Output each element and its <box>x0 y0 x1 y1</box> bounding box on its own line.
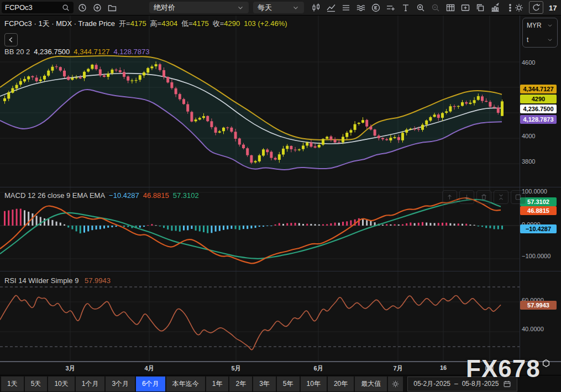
time-axis[interactable]: 3月4月5月6月7月168月 <box>0 362 561 375</box>
copy-icon <box>475 3 485 13</box>
time-axis-label: 4月 <box>144 364 154 373</box>
pane-divider[interactable] <box>0 271 561 271</box>
zoom-in-button[interactable] <box>414 2 427 13</box>
range-button-最大值[interactable]: 最大值 <box>355 377 387 391</box>
chart-area[interactable]: FCPOc3 · 1天 · MDX · Trade Price开=4175高=4… <box>0 15 561 362</box>
range-button-20年[interactable]: 20年 <box>328 377 354 391</box>
folder-button[interactable] <box>106 2 119 13</box>
range-button-本年迄今[interactable]: 本年迄今 <box>166 377 205 391</box>
screenshot-button[interactable] <box>459 2 472 13</box>
pane-collapse-button[interactable] <box>494 190 508 204</box>
candles-button[interactable] <box>310 2 323 13</box>
interval-dropdown[interactable]: 每天 <box>253 2 304 13</box>
search-icon <box>61 2 70 13</box>
zoom-out-button[interactable] <box>429 2 442 13</box>
layers-button[interactable] <box>339 2 353 13</box>
rsi-legend: RSI 14 Wilder Simple 9 57.9943 <box>4 276 111 285</box>
price-mode-dropdown[interactable]: 绝对价 <box>149 2 249 13</box>
time-axis-label: 3月 <box>65 364 75 373</box>
toolbar-right-icon-group: 17 <box>512 0 560 15</box>
gear-button[interactable] <box>512 2 526 13</box>
layers-icon <box>341 3 351 13</box>
toolbar-main-icon-group <box>310 2 517 13</box>
pane-arrow-down-button[interactable] <box>459 190 474 204</box>
range-button-1天[interactable]: 1天 <box>1 377 24 391</box>
plus-circle-button[interactable] <box>91 2 104 13</box>
indicator-value: 46.8815 <box>143 191 169 200</box>
range-button-5天[interactable]: 5天 <box>25 377 48 391</box>
price-pane-canvas[interactable] <box>0 15 520 187</box>
waves-icon <box>356 3 366 13</box>
date-range-picker[interactable]: 05-2月-2025 – 05-8月-2025 <box>407 377 517 391</box>
pane-maximize-button[interactable] <box>511 190 526 204</box>
range-settings-button[interactable] <box>388 377 403 391</box>
indicator-value: 4,128.7873 <box>113 48 149 56</box>
plus-circle-icon <box>92 3 102 13</box>
range-button-1个月[interactable]: 1个月 <box>76 377 105 391</box>
price-axis-label: 3800 <box>522 158 535 165</box>
symbol-legend-title[interactable]: FCPOc3 · 1天 · MDX · Trade Price <box>4 19 115 28</box>
price-axis-badge: 46.8815 <box>520 206 557 215</box>
price-axis-separator[interactable] <box>520 15 520 362</box>
undo-icon <box>531 3 541 13</box>
back-button[interactable] <box>4 33 18 46</box>
chart-export-icon <box>490 3 500 13</box>
price-axis-badge: 4,344.7127 <box>520 85 557 93</box>
tv-logo-icon: 17 <box>548 3 558 13</box>
range-button-3个月[interactable]: 3个月 <box>106 377 135 391</box>
range-button-5年[interactable]: 5年 <box>277 377 300 391</box>
symbol-legend: FCPOc3 · 1天 · MDX · Trade Price开=4175高=4… <box>4 19 287 29</box>
price-axis-badge: 4,236.7500 <box>520 104 557 113</box>
ohlc-value: 4290 <box>224 19 240 28</box>
indicator-value: 57.3102 <box>173 191 199 200</box>
time-axis-label: 7月 <box>393 364 402 373</box>
rsi-legend-value: 57.9943 <box>85 276 111 285</box>
chart-export-button[interactable] <box>489 2 502 13</box>
table-button[interactable] <box>444 2 457 13</box>
ohlc-value: 4175 <box>130 19 146 28</box>
range-button-3年[interactable]: 3年 <box>253 377 276 391</box>
bottom-toolbar: 1天5天10天1个月3个月6个月本年迄今1年2年3年5年10年20年最大值 05… <box>0 375 561 392</box>
waves-button[interactable] <box>354 2 368 13</box>
currency-value: MYR <box>527 22 542 29</box>
zoom-out-icon <box>431 3 441 13</box>
pane-trash-button[interactable] <box>476 190 491 204</box>
pane-arrow-up-button[interactable] <box>442 190 457 204</box>
ohlc-value: 4175 <box>193 19 209 28</box>
trash-icon <box>480 193 488 201</box>
price-axis-badge: 4290 <box>520 95 557 103</box>
ohlc-label: 开= <box>119 19 130 28</box>
bb-legend-title[interactable]: BB 20 2 <box>4 48 30 56</box>
gear-icon <box>391 380 400 388</box>
macd-legend-title[interactable]: MACD 12 26 close 9 EMA EMA <box>4 191 105 200</box>
symbol-search-box[interactable]: FCPOc3 <box>2 2 74 13</box>
chevron-down-icon <box>292 2 300 13</box>
unit-selector[interactable]: t <box>523 33 557 47</box>
calendar-icon <box>502 378 511 390</box>
currency-selector[interactable]: MYR <box>523 18 557 33</box>
clock-button[interactable] <box>76 2 89 13</box>
chevron-down-icon <box>237 2 244 13</box>
range-button-1年[interactable]: 1年 <box>206 377 229 391</box>
copy-button[interactable] <box>474 2 487 13</box>
chevron-down-icon <box>547 34 553 46</box>
ohlc-value: 4304 <box>161 19 177 28</box>
table-icon <box>445 3 455 13</box>
price-axis-badge: −10.4287 <box>520 224 557 233</box>
pane-controls-toolbar <box>442 190 526 204</box>
pane-divider[interactable] <box>0 187 561 187</box>
chart-line-button[interactable] <box>324 2 338 13</box>
interval-value: 每天 <box>258 3 272 13</box>
rsi-legend-title[interactable]: RSI 14 Wilder Simple 9 <box>4 276 78 285</box>
range-button-10年[interactable]: 10年 <box>301 377 327 391</box>
circle-e-button[interactable] <box>369 2 382 13</box>
time-axis-label: 6月 <box>313 364 323 373</box>
range-button-2年[interactable]: 2年 <box>229 377 252 391</box>
range-button-6个月[interactable]: 6个月 <box>136 377 165 391</box>
undo-button[interactable] <box>529 1 543 14</box>
range-button-10天[interactable]: 10天 <box>48 377 74 391</box>
compare-button[interactable] <box>384 2 397 13</box>
text-button[interactable] <box>399 2 412 13</box>
tv-logo-button[interactable]: 17 <box>547 2 560 13</box>
gear-icon <box>514 3 524 13</box>
